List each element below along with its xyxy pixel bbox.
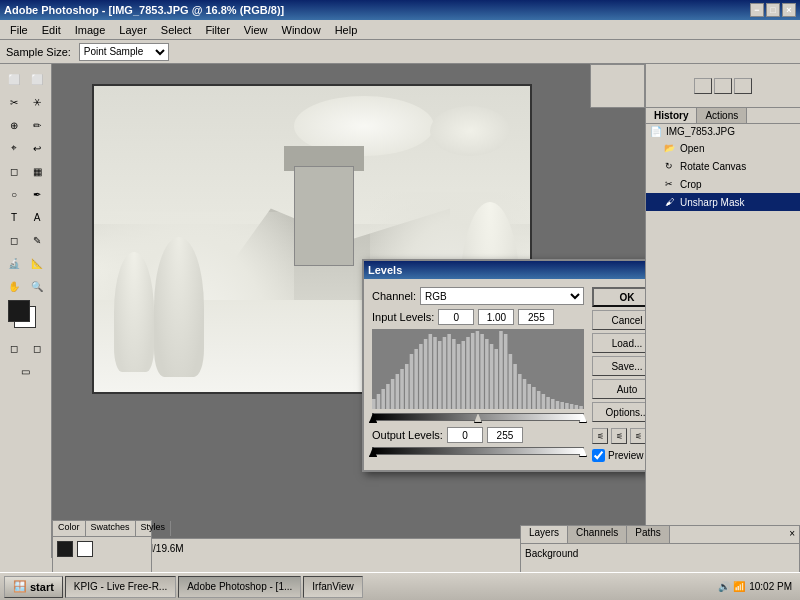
open-icon: 📂 — [662, 141, 676, 155]
ok-button[interactable]: OK — [592, 287, 645, 307]
color-tab[interactable]: Color — [53, 521, 86, 536]
menu-filter[interactable]: Filter — [199, 22, 235, 38]
input-slider-track[interactable] — [372, 413, 584, 421]
history-unsharp[interactable]: 🖌 Unsharp Mask — [646, 193, 800, 211]
input-min-field[interactable]: 0 — [438, 309, 474, 325]
history-file-item: 📄 IMG_7853.JPG — [646, 124, 800, 139]
tool-group-heal: ⊕ ✏ — [3, 114, 48, 136]
delete-state-btn[interactable] — [734, 78, 752, 94]
dialog-title-text: Levels — [368, 264, 402, 276]
history-crop[interactable]: ✂ Crop — [646, 175, 800, 193]
svg-rect-8 — [410, 354, 414, 409]
menu-select[interactable]: Select — [155, 22, 198, 38]
input-slider-gamma[interactable] — [474, 413, 482, 423]
foreground-color[interactable] — [8, 300, 30, 322]
input-slider-black[interactable] — [369, 413, 377, 423]
output-max-field[interactable]: 255 — [487, 427, 523, 443]
menu-window[interactable]: Window — [276, 22, 327, 38]
clock: 10:02 PM — [749, 581, 792, 592]
history-panel: History Actions 📄 IMG_7853.JPG 📂 Open ↻ … — [645, 64, 800, 558]
tool-dodge[interactable]: ○ — [3, 183, 25, 205]
minimize-button[interactable]: − — [750, 3, 764, 17]
white-eyedropper[interactable]: ⚟ — [630, 428, 645, 444]
menu-layer[interactable]: Layer — [113, 22, 153, 38]
menu-view[interactable]: View — [238, 22, 274, 38]
input-max-field[interactable]: 255 — [518, 309, 554, 325]
history-rotate-label: Rotate Canvas — [680, 161, 746, 172]
layers-close[interactable]: × — [785, 526, 799, 543]
close-button[interactable]: × — [782, 3, 796, 17]
tool-lasso[interactable]: ⬜ — [26, 68, 48, 90]
tool-quick-mask[interactable]: ◻ — [26, 337, 48, 359]
svg-rect-15 — [443, 337, 447, 409]
output-slider-white[interactable] — [579, 447, 587, 457]
tool-type[interactable]: T — [3, 206, 25, 228]
tool-heal[interactable]: ⊕ — [3, 114, 25, 136]
tool-brush[interactable]: ✏ — [26, 114, 48, 136]
tool-pen[interactable]: ✒ — [26, 183, 48, 205]
sample-size-select[interactable]: Point Sample 3 by 3 Average 5 by 5 Avera… — [79, 43, 169, 61]
tool-stamp[interactable]: ⌖ — [3, 137, 25, 159]
bg-swatch[interactable] — [77, 541, 93, 557]
black-eyedropper[interactable]: ⚟ — [592, 428, 608, 444]
paths-tab[interactable]: Paths — [627, 526, 670, 543]
taskbar-item-photoshop[interactable]: Adobe Photoshop - [1... — [178, 576, 301, 598]
history-open[interactable]: 📂 Open — [646, 139, 800, 157]
cancel-button[interactable]: Cancel — [592, 310, 645, 330]
tool-history-brush[interactable]: ↩ — [26, 137, 48, 159]
history-tab[interactable]: History — [646, 108, 697, 123]
preview-checkbox[interactable] — [592, 449, 605, 462]
input-gamma-field[interactable]: 1.00 — [478, 309, 514, 325]
svg-rect-31 — [518, 374, 522, 409]
tool-std-mode[interactable]: ◻ — [3, 337, 25, 359]
tool-shape[interactable]: ◻ — [3, 229, 25, 251]
svg-rect-25 — [490, 344, 494, 409]
new-snapshot-btn[interactable] — [714, 78, 732, 94]
history-unsharp-label: Unsharp Mask — [680, 197, 744, 208]
tool-group-type: T A — [3, 206, 48, 228]
auto-button[interactable]: Auto — [592, 379, 645, 399]
tool-path[interactable]: A — [26, 206, 48, 228]
swatches-tab[interactable]: Swatches — [86, 521, 136, 536]
channels-tab[interactable]: Channels — [568, 526, 627, 543]
tool-notes[interactable]: ✎ — [26, 229, 48, 251]
channel-row: Channel: RGB Red Green Blue — [372, 287, 584, 305]
save-button[interactable]: Save... — [592, 356, 645, 376]
channel-select[interactable]: RGB Red Green Blue — [420, 287, 584, 305]
layers-tab[interactable]: Layers — [521, 526, 568, 543]
output-min-field[interactable]: 0 — [447, 427, 483, 443]
input-slider-white[interactable] — [579, 413, 587, 423]
levels-dialog: Levels × Channel: RGB Red Green Blue — [362, 259, 645, 472]
taskbar-item-irfanview[interactable]: IrfanView — [303, 576, 363, 598]
tool-slice[interactable]: ⚹ — [26, 91, 48, 113]
menu-bar: File Edit Image Layer Select Filter View… — [0, 20, 800, 40]
options-button[interactable]: Options... — [592, 402, 645, 422]
svg-rect-17 — [452, 339, 456, 409]
tool-eyedropper[interactable]: 🔬 — [3, 252, 25, 274]
fg-swatch[interactable] — [57, 541, 73, 557]
output-slider-track[interactable] — [372, 447, 584, 455]
tool-hand[interactable]: ✋ — [3, 275, 25, 297]
start-button[interactable]: 🪟 start — [4, 576, 63, 598]
styles-tab[interactable]: Styles — [136, 521, 172, 536]
tool-crop[interactable]: ✂ — [3, 91, 25, 113]
output-slider-black[interactable] — [369, 447, 377, 457]
tool-eraser[interactable]: ◻ — [3, 160, 25, 182]
svg-rect-40 — [560, 402, 564, 409]
maximize-button[interactable]: □ — [766, 3, 780, 17]
tool-gradient[interactable]: ▦ — [26, 160, 48, 182]
tool-marquee[interactable]: ⬜ — [3, 68, 25, 90]
menu-edit[interactable]: Edit — [36, 22, 67, 38]
load-button[interactable]: Load... — [592, 333, 645, 353]
menu-image[interactable]: Image — [69, 22, 112, 38]
history-rotate[interactable]: ↻ Rotate Canvas — [646, 157, 800, 175]
tool-measure[interactable]: 📐 — [26, 252, 48, 274]
gray-eyedropper[interactable]: ⚟ — [611, 428, 627, 444]
history-state-btn[interactable] — [694, 78, 712, 94]
menu-file[interactable]: File — [4, 22, 34, 38]
menu-help[interactable]: Help — [329, 22, 364, 38]
taskbar-item-kpig[interactable]: KPIG - Live Free-R... — [65, 576, 176, 598]
tool-zoom[interactable]: 🔍 — [26, 275, 48, 297]
actions-tab[interactable]: Actions — [697, 108, 747, 123]
tool-screen-mode[interactable]: ▭ — [3, 360, 49, 382]
